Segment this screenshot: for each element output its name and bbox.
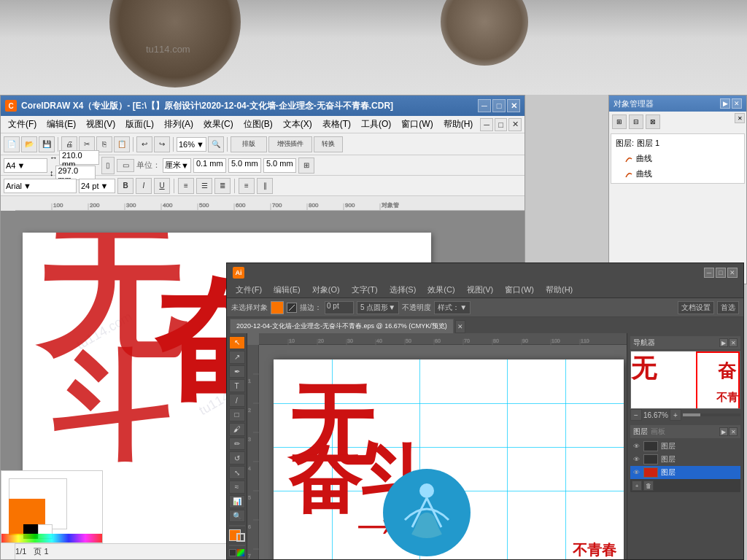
ai-layer-3[interactable]: 👁 图层: [630, 466, 740, 479]
ai-none-swatch[interactable]: [229, 549, 236, 556]
ai-eye-icon-1[interactable]: 👁: [632, 442, 640, 451]
ai-line-tool[interactable]: /: [229, 394, 245, 407]
menu-file[interactable]: 文件(F): [4, 117, 41, 132]
align-center-btn[interactable]: ☰: [196, 178, 212, 194]
portrait-btn[interactable]: ▯: [101, 157, 115, 174]
paste-btn[interactable]: 📋: [114, 136, 130, 152]
ai-menu-text[interactable]: 文字(T): [347, 283, 382, 297]
ai-menu-window[interactable]: 窗口(W): [500, 283, 538, 297]
font-size-dropdown[interactable]: 24 pt▼: [79, 179, 115, 193]
ai-layers-ctrl[interactable]: ▶: [719, 427, 728, 436]
obj-item-curve1[interactable]: 曲线: [613, 151, 743, 166]
ai-warp[interactable]: ≈: [229, 481, 245, 494]
align-left-btn[interactable]: ≡: [178, 178, 194, 194]
ai-type-tool[interactable]: T: [229, 379, 245, 392]
ai-graph[interactable]: 📊: [229, 495, 245, 508]
ai-pencil[interactable]: ✏: [229, 438, 245, 451]
ai-minimize-btn[interactable]: ─: [704, 268, 714, 278]
align-btn[interactable]: 排版: [231, 136, 267, 152]
ai-new-layer-btn[interactable]: +: [632, 481, 642, 491]
ai-select-tool[interactable]: ↖: [229, 336, 245, 349]
zoom-dropdown[interactable]: 16% ▼: [177, 137, 206, 152]
ai-first-btn[interactable]: 首选: [717, 301, 739, 314]
close-button[interactable]: ✕: [507, 99, 520, 112]
ai-doc-tab[interactable]: 2020-12-04-文化墙-企业理念-无奋斗不青春.eps @ 16.67% …: [230, 319, 454, 333]
menu-text[interactable]: 文本(X): [279, 117, 317, 132]
convert-btn[interactable]: 转换: [314, 136, 343, 152]
open-btn[interactable]: 📂: [21, 136, 37, 152]
ai-menu-help[interactable]: 帮助(H): [541, 283, 577, 297]
ai-nav-ctrl1[interactable]: ▶: [719, 338, 728, 347]
ai-pen-tool[interactable]: ✒: [229, 365, 245, 378]
zoom-in-btn[interactable]: 🔍: [208, 136, 224, 152]
redo-btn[interactable]: ↪: [154, 136, 170, 152]
color-spectrum[interactable]: [1, 534, 102, 542]
panel-side-btn[interactable]: ✕: [735, 113, 745, 123]
ai-menu-edit[interactable]: 编辑(E): [269, 283, 305, 297]
ai-maximize-btn[interactable]: □: [716, 268, 726, 278]
menu-table[interactable]: 表格(T): [318, 117, 355, 132]
ai-stroke-swatch[interactable]: [236, 533, 245, 542]
menu-bitmap[interactable]: 位图(B): [239, 117, 277, 132]
menu-tools[interactable]: 工具(O): [357, 117, 395, 132]
restore-button[interactable]: □: [492, 99, 506, 112]
nudge-input[interactable]: 0.1 mm: [193, 158, 226, 173]
panel-arrow-btn[interactable]: ▶: [720, 98, 730, 109]
snap-btn[interactable]: ⊞: [298, 158, 314, 174]
ai-nav-ctrl2[interactable]: ✕: [729, 338, 738, 347]
ai-stroke-input[interactable]: 0 pt: [325, 301, 354, 314]
ai-delete-layer-btn[interactable]: 🗑: [643, 481, 654, 491]
width-input[interactable]: 210.0 mm: [59, 150, 99, 165]
obj-tool1[interactable]: ⊞: [612, 114, 627, 129]
plugin-btn[interactable]: 增强插件: [268, 136, 312, 152]
ai-menu-view[interactable]: 视图(V): [462, 283, 498, 297]
cdr-restore-btn[interactable]: ─: [480, 118, 493, 131]
ai-layer-1[interactable]: 👁 图层: [630, 440, 740, 453]
ai-zoom-tool[interactable]: 🔍: [229, 510, 245, 523]
ai-zoom-slider[interactable]: [683, 413, 740, 416]
ai-docsettings-btn[interactable]: 文档设置: [678, 301, 714, 314]
ai-artboard-tab[interactable]: 画板: [651, 427, 665, 437]
undo-btn[interactable]: ↩: [136, 136, 152, 152]
ai-canvas-area[interactable]: 10 20 30 40 50 60 70 80 90 100 110: [247, 333, 627, 559]
ai-menu-file[interactable]: 文件(F): [231, 283, 266, 297]
ai-zoom-in-btn2[interactable]: +: [670, 409, 681, 421]
menu-help[interactable]: 帮助(H): [439, 117, 478, 132]
menu-effects[interactable]: 效果(C): [199, 117, 238, 132]
ai-menu-select[interactable]: 选择(S): [385, 283, 421, 297]
underline-btn[interactable]: U: [154, 178, 170, 194]
ai-shape-dropdown[interactable]: 5 点圆形▼: [357, 301, 399, 314]
spacing-btn[interactable]: ∥: [257, 178, 273, 194]
panel-close-btn[interactable]: ✕: [732, 98, 742, 109]
new-btn[interactable]: 📄: [4, 136, 20, 152]
ai-layer-2[interactable]: 👁 图层: [630, 453, 740, 466]
landscape-btn[interactable]: ▭: [117, 159, 134, 172]
bold-btn[interactable]: B: [117, 178, 133, 194]
ai-menu-object[interactable]: 对象(O): [308, 283, 344, 297]
ai-scale[interactable]: ⤡: [229, 466, 245, 479]
ai-rotate[interactable]: ↺: [229, 451, 245, 464]
cdr-maximize-btn[interactable]: □: [495, 118, 508, 131]
ai-tab-close[interactable]: ✕: [455, 320, 465, 333]
menu-edit[interactable]: 编辑(E): [42, 117, 80, 132]
align-right-btn[interactable]: ≣: [214, 178, 231, 194]
cdr-close-btn[interactable]: ✕: [508, 118, 522, 131]
menu-arrange[interactable]: 排列(A): [160, 117, 198, 132]
ai-layers-tab[interactable]: 图层: [633, 427, 648, 437]
obj-tool2[interactable]: ⊟: [629, 114, 643, 129]
minimize-button[interactable]: ─: [478, 99, 491, 112]
obj-item-curve2[interactable]: 曲线: [613, 166, 743, 182]
ai-zoom-out-btn[interactable]: −: [630, 409, 642, 421]
ai-direct-select[interactable]: ↗: [229, 351, 245, 364]
page-size-dropdown[interactable]: A4▼: [4, 158, 47, 173]
ai-opacity-dropdown[interactable]: 样式：▼: [434, 301, 471, 314]
ai-close-btn[interactable]: ✕: [727, 268, 738, 278]
ai-layers-close[interactable]: ✕: [729, 427, 738, 436]
ai-menu-effects[interactable]: 效果(C): [423, 283, 459, 297]
list-btn[interactable]: ≡: [239, 178, 255, 194]
menu-view[interactable]: 视图(V): [82, 117, 120, 132]
menu-window[interactable]: 窗口(W): [397, 117, 437, 132]
unit-dropdown[interactable]: 厘米▼: [163, 158, 191, 173]
menu-layout[interactable]: 版面(L): [121, 117, 158, 132]
ai-eye-icon-2[interactable]: 👁: [632, 455, 640, 464]
